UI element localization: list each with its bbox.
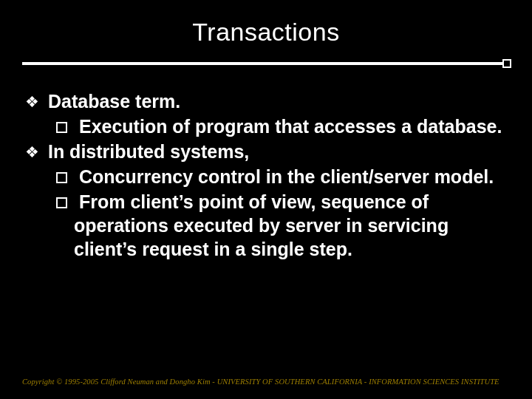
bullet-text: Database term.: [48, 91, 180, 112]
bullet-text: From client’s point of view, sequence of…: [74, 191, 449, 259]
bullet-text: Concurrency control in the client/server…: [79, 166, 494, 187]
copyright-footer: Copyright © 1995-2005 Clifford Neuman an…: [22, 378, 499, 386]
rule-line: [22, 62, 510, 65]
bullet-level1: Database term.: [25, 89, 510, 113]
bullet-level2: From client’s point of view, sequence of…: [25, 190, 510, 261]
bullet-level2: Execution of program that accesses a dat…: [25, 115, 510, 138]
bullet-text: Execution of program that accesses a dat…: [79, 116, 502, 137]
slide-title: Transactions: [22, 18, 510, 47]
bullet-text: In distributed systems,: [48, 141, 249, 162]
bullet-level1: In distributed systems,: [25, 140, 510, 163]
slide-content: Database term. Execution of program that…: [22, 89, 510, 261]
slide: Transactions Database term. Execution of…: [0, 0, 532, 399]
bullet-level2: Concurrency control in the client/server…: [25, 165, 510, 188]
title-rule: [22, 60, 510, 67]
rule-endcap-icon: [502, 59, 511, 68]
